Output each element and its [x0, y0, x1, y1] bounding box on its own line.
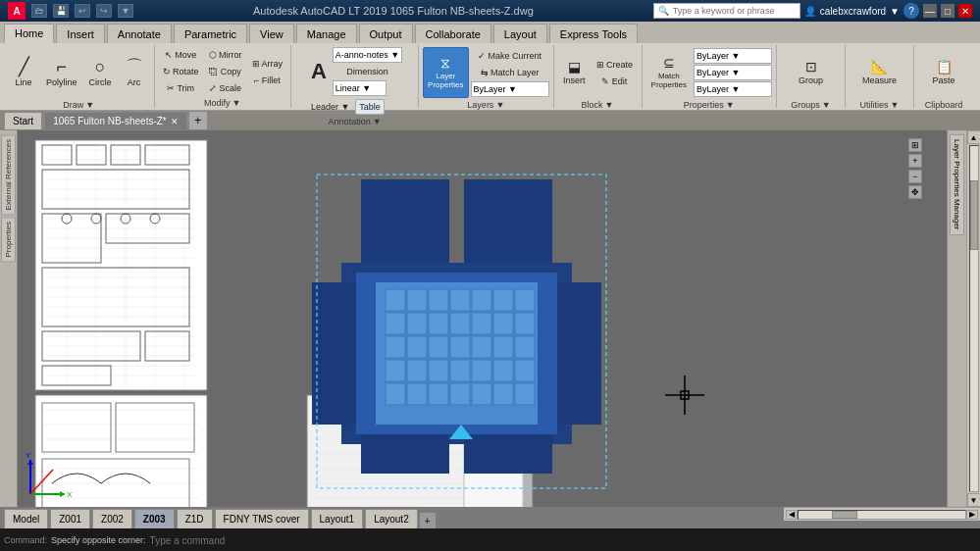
annotation-label[interactable]: Annotation ▼: [329, 117, 382, 126]
draw-label[interactable]: Draw ▼: [63, 100, 94, 110]
command-input[interactable]: [150, 535, 976, 546]
scale-button[interactable]: ⤢ Scale: [205, 80, 246, 96]
user-dropdown-icon[interactable]: ▼: [890, 6, 900, 17]
svg-rect-79: [429, 289, 448, 311]
tab-parametric[interactable]: Parametric: [174, 24, 247, 43]
layers-label[interactable]: Layers ▼: [467, 100, 504, 110]
help-button[interactable]: ?: [903, 3, 919, 19]
external-references-tab[interactable]: External References: [1, 134, 16, 215]
linear-dropdown[interactable]: Linear ▼: [333, 80, 387, 96]
tab-insert[interactable]: Insert: [56, 24, 105, 43]
layer-properties-manager-tab[interactable]: Layer Properties Manager: [950, 134, 964, 235]
scroll-left-btn[interactable]: ◀: [786, 510, 798, 520]
paste-label: Paste: [933, 75, 955, 85]
layout-tab-z002[interactable]: Z002: [92, 509, 132, 528]
color-dropdown[interactable]: ByLayer ▼: [694, 48, 772, 64]
window-minimize-btn[interactable]: —: [923, 4, 937, 18]
table-button[interactable]: Table: [355, 99, 385, 115]
layout-tab-fdny[interactable]: FDNY TMS cover: [215, 509, 309, 528]
new-tab-button[interactable]: +: [189, 112, 207, 129]
array-button[interactable]: ⊞ Array: [248, 56, 287, 72]
utilities-label[interactable]: Utilities ▼: [860, 100, 900, 110]
doc-tab-active[interactable]: 1065 Fulton NB-sheets-Z* ✕: [44, 112, 187, 129]
dimension-button[interactable]: Dimension: [333, 64, 402, 79]
hscroll-track[interactable]: [798, 510, 966, 520]
zoom-extent-btn[interactable]: ⊞: [908, 138, 922, 152]
layout-tab-model[interactable]: Model: [4, 509, 48, 528]
create-button[interactable]: ⊞ Create: [593, 57, 638, 73]
scroll-right-btn[interactable]: ▶: [966, 510, 978, 520]
make-current-button[interactable]: ✓ Make Current: [471, 48, 549, 64]
move-button[interactable]: ↖ Move: [159, 47, 203, 63]
tab-annotate[interactable]: Annotate: [107, 24, 172, 43]
layer-properties-button[interactable]: ⧖ LayerProperties: [423, 47, 468, 98]
doc-tab-close-btn[interactable]: ✕: [171, 117, 179, 126]
mirror-button[interactable]: ⬡ Mirror: [205, 47, 246, 63]
block-label[interactable]: Block ▼: [582, 100, 614, 110]
qa-redo[interactable]: ↪: [96, 4, 112, 18]
tab-view[interactable]: View: [249, 24, 294, 43]
fillet-button[interactable]: ⌐ Fillet: [248, 73, 287, 88]
group-button[interactable]: ⊡ Group: [794, 47, 828, 98]
zoom-in-btn[interactable]: +: [908, 154, 922, 168]
qa-open[interactable]: 🗁: [31, 4, 47, 18]
circle-button[interactable]: ○ Circle: [84, 47, 117, 98]
groups-label[interactable]: Groups ▼: [791, 100, 830, 110]
lineweight-dropdown[interactable]: ByLayer ▼: [694, 81, 772, 97]
search-input[interactable]: [673, 6, 796, 16]
properties-label[interactable]: Properties ▼: [684, 100, 735, 110]
anno-notes-dropdown[interactable]: A-anno-notes ▼: [333, 47, 402, 63]
hscroll-thumb[interactable]: [832, 511, 857, 519]
line-button[interactable]: ╱ Line: [8, 47, 39, 98]
layout-tab-z001[interactable]: Z001: [50, 509, 90, 528]
vertical-scrollbar[interactable]: ▲ ▼: [966, 130, 980, 507]
scroll-up-btn[interactable]: ▲: [967, 130, 981, 144]
qa-undo[interactable]: ↩: [75, 4, 90, 18]
leader-button[interactable]: Leader ▼: [307, 99, 353, 115]
window-maximize-btn[interactable]: □: [941, 4, 954, 18]
ribbon-content: ╱ Line ⌐ Polyline ○ Circle ⌒ Arc Draw: [0, 43, 980, 110]
copy-button[interactable]: ⿻ Copy: [205, 64, 246, 79]
zoom-out-btn[interactable]: −: [908, 170, 922, 183]
measure-button[interactable]: 📐 Measure: [857, 47, 902, 98]
paste-button[interactable]: 📋 Paste: [928, 47, 960, 98]
tab-output[interactable]: Output: [359, 24, 413, 43]
scroll-thumb[interactable]: [970, 180, 978, 249]
polyline-button[interactable]: ⌐ Polyline: [41, 47, 82, 98]
tab-manage[interactable]: Manage: [296, 24, 357, 43]
clipboard-label[interactable]: Clipboard: [925, 100, 963, 110]
layout-tab-layout1[interactable]: Layout1: [311, 509, 364, 528]
layer-dropdown[interactable]: ByLayer ▼: [471, 81, 549, 97]
qa-save[interactable]: 💾: [53, 4, 69, 18]
trim-button[interactable]: ✂ Trim: [159, 80, 203, 96]
scroll-track[interactable]: [969, 145, 979, 492]
svg-rect-100: [429, 360, 448, 381]
canvas-area[interactable]: Command: Specify opposite corner: ⊞ + − …: [18, 130, 947, 507]
layout-tab-add[interactable]: +: [420, 513, 436, 528]
match-layer-button[interactable]: ⇆ Match Layer: [471, 65, 549, 80]
qa-more[interactable]: ▼: [118, 4, 133, 18]
rotate-button[interactable]: ↻ Rotate: [159, 64, 203, 79]
window-close-btn[interactable]: ✕: [958, 4, 972, 18]
pan-btn[interactable]: ✥: [908, 185, 922, 199]
doc-tab-start[interactable]: Start: [4, 112, 42, 129]
match-properties-button[interactable]: ⊆ MatchProperties: [646, 47, 692, 98]
tab-express-tools[interactable]: Express Tools: [549, 24, 638, 43]
tab-layout[interactable]: Layout: [493, 24, 547, 43]
layout-tab-z1d[interactable]: Z1D: [177, 509, 213, 528]
text-button[interactable]: A: [307, 59, 331, 84]
layout-tab-layout2[interactable]: Layout2: [365, 509, 418, 528]
horizontal-scrollbar[interactable]: ◀ ▶: [784, 507, 980, 521]
arc-button[interactable]: ⌒ Arc: [119, 47, 150, 98]
search-bar[interactable]: 🔍: [653, 3, 800, 19]
scroll-down-btn[interactable]: ▼: [967, 493, 981, 507]
linetype-dropdown[interactable]: ByLayer ▼: [694, 65, 772, 80]
tab-home[interactable]: Home: [4, 24, 54, 43]
modify-label[interactable]: Modify ▼: [204, 98, 240, 108]
properties-side-tab[interactable]: Properties: [1, 217, 16, 262]
insert-button[interactable]: ⬓ Insert: [558, 47, 591, 98]
layout-tab-z003[interactable]: Z003: [134, 509, 175, 528]
edit-block-button[interactable]: ✎ Edit: [593, 74, 638, 89]
svg-rect-83: [515, 289, 535, 311]
tab-collaborate[interactable]: Collaborate: [415, 24, 491, 43]
